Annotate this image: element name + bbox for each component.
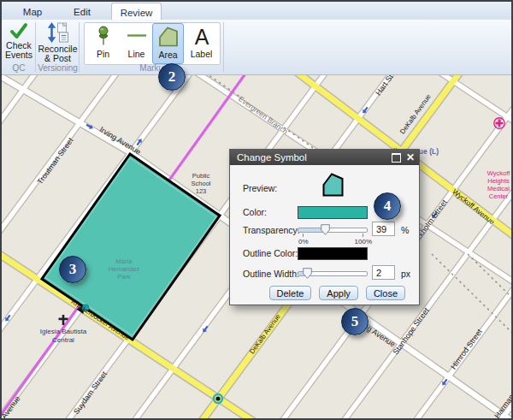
dialog-title: Change Symbol (237, 152, 307, 163)
transparency-slider-thumb[interactable] (321, 224, 330, 235)
svg-text:Hernandez: Hernandez (109, 265, 140, 273)
check-icon (9, 22, 28, 39)
outline-color-label: Outline Color: (243, 248, 298, 258)
outline-width-unit: px (401, 269, 410, 279)
callout-badge-2: 2 (158, 63, 186, 91)
callout-badge-3: 3 (59, 256, 86, 283)
outline-color-swatch[interactable] (298, 247, 368, 260)
line-tool-button[interactable]: Line (122, 24, 150, 63)
medical-cross-icon (496, 122, 504, 125)
symbol-preview (322, 173, 344, 197)
outline-width-label: Outline Width: (243, 269, 299, 279)
area-tool-button[interactable]: Area (152, 23, 184, 64)
fill-color-swatch[interactable] (298, 206, 368, 219)
reconcile-post-icon (47, 22, 69, 43)
pin-tool-label: Pin (89, 49, 117, 59)
transparency-slider[interactable]: 0% 100% (298, 228, 368, 233)
svg-text:Wyckoff: Wyckoff (487, 169, 510, 177)
svg-text:123: 123 (196, 187, 207, 195)
slider-max-label: 100% (355, 238, 372, 245)
color-label: Color: (243, 207, 267, 217)
outline-width-slider-thumb[interactable] (303, 268, 312, 279)
svg-text:Heights: Heights (487, 177, 510, 185)
group-label-markup: Markup (84, 63, 224, 73)
callout-badge-4: 4 (374, 192, 401, 220)
reconcile-label-2: & Post (44, 53, 71, 63)
transparency-label: Transparency: (243, 225, 300, 235)
tab-review[interactable]: Review (111, 3, 162, 21)
tab-map[interactable]: Map (13, 3, 52, 20)
ribbon-tab-row: Map Edit Review (2, 2, 511, 21)
apply-button[interactable]: Apply (319, 286, 358, 300)
ribbon: Map Edit Review Check Events QC (2, 2, 511, 75)
area-icon (157, 24, 180, 49)
change-symbol-dialog: Change Symbol ✕ Preview: Color: Transpar… (229, 149, 420, 305)
line-tool-label: Line (122, 49, 150, 59)
poi-church: Iglesia Bautista Central (40, 315, 87, 344)
app-window: Troutman Street Irving Avenue Irving Ave… (0, 0, 513, 420)
dialog-title-bar[interactable]: Change Symbol ✕ (230, 150, 419, 165)
group-separator (223, 22, 224, 72)
callout-badge-5: 5 (341, 308, 369, 335)
poi-public-school: Public School 123 (192, 172, 211, 195)
dialog-buttons: Delete Apply Close (230, 286, 419, 300)
svg-text:A: A (194, 25, 209, 49)
group-label-versioning: Versioning (36, 63, 80, 73)
ribbon-group-versioning: Reconcile & Post Versioning (36, 20, 80, 74)
check-events-label-2: Events (5, 50, 32, 60)
outline-width-slider[interactable] (298, 271, 368, 276)
delete-button[interactable]: Delete (269, 286, 312, 300)
svg-text:Maria: Maria (116, 257, 133, 265)
group-label-qc: QC (2, 63, 36, 73)
reconcile-post-button[interactable]: Reconcile & Post (36, 21, 80, 62)
street-label-himrod: Himrod Street (449, 327, 484, 370)
svg-text:Park: Park (117, 273, 131, 281)
maximize-icon[interactable] (392, 153, 401, 163)
label-a-icon: A (191, 24, 213, 49)
rail-label-evergreen: Evergreen Branch (237, 94, 290, 136)
street-label-troutman: Troutman Street (36, 136, 75, 186)
tab-edit[interactable]: Edit (62, 3, 102, 20)
label-tool-button[interactable]: A Label (187, 24, 215, 63)
street-label-hart: Hart St (374, 75, 395, 98)
svg-text:School: School (192, 180, 211, 187)
church-cross-icon (59, 318, 68, 321)
slider-tick-0 (303, 234, 304, 237)
ribbon-group-qc: Check Events QC (2, 20, 36, 74)
street-label-dekalb-2: DeKalb Avenue (248, 312, 282, 355)
group-separator (79, 22, 80, 72)
markup-tool-panel: Pin Line Area (84, 22, 221, 65)
close-button[interactable]: Close (366, 286, 405, 300)
slider-tick-100 (363, 234, 363, 237)
label-tool-label: Label (187, 49, 215, 59)
transparency-input[interactable] (372, 222, 395, 236)
svg-text:Medical: Medical (487, 185, 510, 192)
ribbon-group-markup: Pin Line Area (84, 20, 224, 74)
check-events-button[interactable]: Check Events (2, 21, 36, 59)
close-icon[interactable]: ✕ (406, 150, 415, 165)
preview-label: Preview: (243, 183, 277, 193)
street-label-suydam: Suydam Street (72, 370, 109, 416)
slider-min-label: 0% (298, 238, 309, 245)
pin-tool-button[interactable]: Pin (89, 24, 117, 63)
svg-text:Iglesia Bautista: Iglesia Bautista (40, 328, 87, 335)
svg-text:Central: Central (52, 336, 74, 344)
outline-width-input[interactable] (372, 265, 395, 280)
station-dot-icon (215, 396, 220, 400)
pin-icon (92, 24, 115, 49)
transparency-unit: % (401, 225, 409, 235)
area-tool-label: Area (153, 50, 183, 60)
svg-text:Public: Public (192, 172, 210, 180)
ribbon-body: Check Events QC (2, 20, 511, 75)
line-icon (126, 24, 148, 49)
svg-text:Center: Center (489, 192, 509, 200)
